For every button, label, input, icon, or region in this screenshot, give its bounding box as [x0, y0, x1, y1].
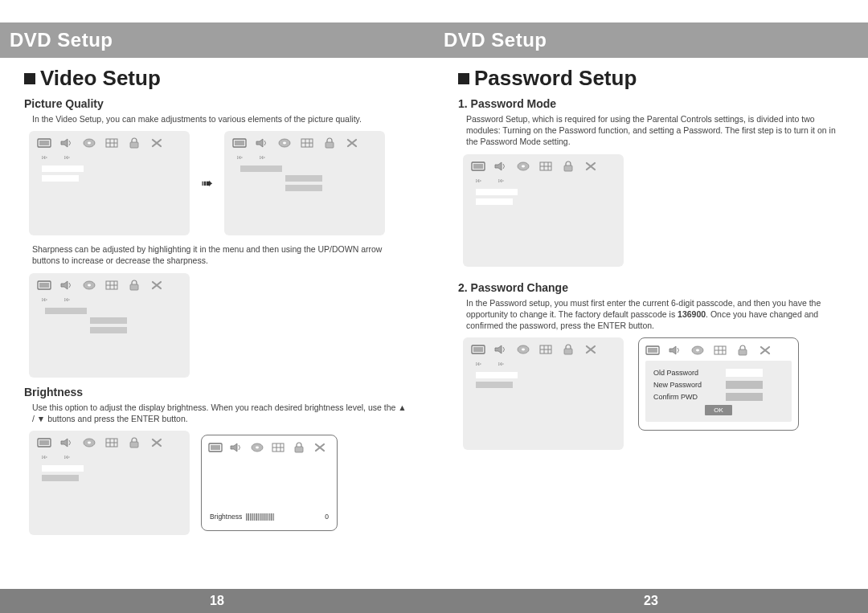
close-icon	[149, 437, 164, 448]
speaker-icon	[668, 345, 682, 356]
close-icon	[583, 344, 598, 355]
password-mode-text: Password Setup, which is required for us…	[458, 113, 844, 148]
grid-icon	[104, 137, 119, 149]
brightness-slider-panel: Brightness ||||||||||||||||||||| 0	[201, 435, 338, 531]
disc-icon	[516, 161, 530, 172]
lock-icon	[735, 345, 750, 356]
confirm-password-field[interactable]	[726, 393, 763, 401]
display-icon	[37, 137, 51, 149]
lock-icon	[322, 137, 337, 149]
confirm-password-row: Confirm PWD	[653, 393, 784, 401]
display-icon	[471, 344, 485, 355]
page-header: DVD Setup	[0, 22, 434, 58]
grid-icon	[538, 344, 553, 355]
menu-panel: ▹▹▹▹	[463, 337, 624, 450]
disc-icon	[82, 137, 96, 149]
close-icon	[313, 442, 327, 453]
subheading-password-change: 2. Password Change	[458, 281, 844, 294]
disc-icon	[250, 442, 264, 453]
grid-icon	[713, 345, 727, 356]
picture-quality-panels: ▹▹▹▹ ➠ ▹▹▹▹	[24, 131, 410, 235]
section-title-password-setup: Password Setup	[458, 66, 844, 91]
speaker-icon	[59, 280, 74, 291]
page-header: DVD Setup	[434, 22, 868, 58]
brightness-slider-track[interactable]: |||||||||||||||||||||	[245, 513, 321, 521]
grid-icon	[104, 437, 119, 448]
grid-icon	[271, 442, 285, 453]
menu-panel: ▹▹▹▹	[29, 431, 190, 535]
menu-panel: ▹▹▹▹	[224, 131, 385, 235]
disc-icon	[82, 437, 96, 448]
grid-icon	[300, 137, 314, 149]
lock-icon	[127, 137, 141, 149]
bullet-icon	[458, 73, 469, 84]
subheading-picture-quality: Picture Quality	[24, 97, 410, 110]
display-icon	[208, 442, 223, 453]
grid-icon	[538, 161, 553, 172]
new-password-row: New Password	[653, 381, 784, 389]
lock-icon	[561, 161, 575, 172]
subheading-password-mode: 1. Password Mode	[458, 97, 844, 110]
confirm-password-label: Confirm PWD	[653, 393, 718, 401]
menu-panel: ▹▹▹▹	[463, 154, 624, 267]
password-change-dialog: Old Password New Password Confirm PWD OK	[638, 337, 799, 431]
new-password-field[interactable]	[726, 381, 763, 389]
speaker-icon	[493, 344, 508, 355]
bullet-icon	[24, 73, 35, 84]
display-icon	[37, 437, 51, 448]
lock-icon	[292, 442, 306, 453]
lock-icon	[127, 437, 141, 448]
close-icon	[758, 345, 772, 356]
disc-icon	[516, 344, 530, 355]
lock-icon	[561, 344, 575, 355]
old-password-label: Old Password	[653, 369, 718, 377]
speaker-icon	[493, 161, 508, 172]
speaker-icon	[255, 137, 269, 149]
display-icon	[471, 161, 485, 172]
close-icon	[345, 137, 359, 149]
close-icon	[149, 280, 164, 291]
page-number: 23	[434, 589, 868, 613]
sharpness-note: Sharpness can be adjusted by highlightin…	[24, 243, 410, 266]
display-icon	[232, 137, 247, 149]
old-password-field[interactable]	[726, 369, 763, 377]
speaker-icon	[229, 442, 244, 453]
ok-button[interactable]: OK	[705, 405, 732, 415]
lock-icon	[127, 280, 141, 291]
close-icon	[149, 137, 164, 149]
display-icon	[37, 280, 51, 291]
brightness-slider-label: Brightness	[210, 513, 242, 521]
menu-panel: ▹▹▹▹	[29, 131, 190, 235]
menu-panel: ▹▹▹▹	[29, 273, 190, 378]
brightness-text: Use this option to adjust the display br…	[24, 402, 410, 424]
section-title-text: Video Setup	[40, 66, 161, 91]
picture-quality-intro: In the Video Setup, you can make adjustm…	[24, 113, 410, 125]
disc-icon	[277, 137, 292, 149]
grid-icon	[104, 280, 119, 291]
arrow-right-icon: ➠	[201, 174, 213, 192]
manual-page-right: DVD Setup Password Setup 1. Password Mod…	[434, 0, 868, 613]
password-change-text: In the Password setup, you must first en…	[458, 297, 844, 332]
new-password-label: New Password	[653, 381, 718, 389]
close-icon	[583, 161, 598, 172]
brightness-slider-value: 0	[325, 513, 329, 521]
section-title-video-setup: Video Setup	[24, 66, 410, 91]
page-number: 18	[0, 589, 434, 613]
disc-icon	[690, 345, 705, 356]
old-password-row: Old Password	[653, 369, 784, 377]
subheading-brightness: Brightness	[24, 386, 410, 398]
speaker-icon	[59, 437, 74, 448]
disc-icon	[82, 280, 96, 291]
manual-page-left: DVD Setup Video Setup Picture Quality In…	[0, 0, 434, 613]
section-title-text: Password Setup	[474, 66, 637, 91]
speaker-icon	[59, 137, 74, 149]
menu-tab-icons	[37, 137, 182, 149]
display-icon	[645, 345, 660, 356]
